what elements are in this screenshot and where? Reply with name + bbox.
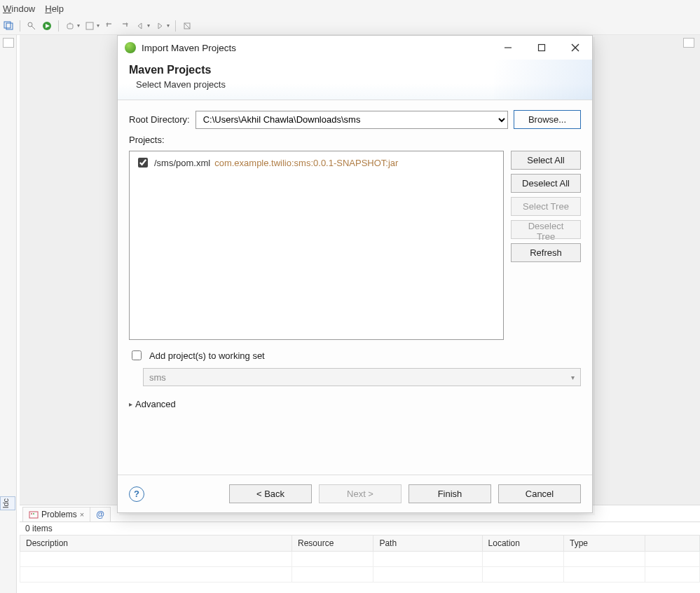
toolbar-pin-icon[interactable] [181, 20, 193, 32]
help-button[interactable]: ? [129, 486, 144, 502]
dropdown-icon[interactable]: ▾ [147, 22, 150, 29]
tab-problems[interactable]: Problems × [22, 507, 90, 522]
list-item[interactable]: /sms/pom.xml com.example.twilio:sms:0.0.… [135, 156, 497, 170]
next-button[interactable]: Next > [319, 484, 402, 503]
svg-point-17 [33, 513, 34, 514]
close-icon[interactable]: × [80, 510, 84, 519]
chevron-down-icon: ▾ [571, 374, 575, 381]
svg-marker-11 [138, 23, 142, 29]
projects-label: Projects: [129, 135, 581, 145]
ide-toolbar: ▾ ▾ ▾ ▾ [0, 17, 700, 35]
dialog-subheading: Select Maven projects [136, 79, 581, 90]
browse-button[interactable]: Browse... [514, 110, 581, 129]
dialog-titlebar: Import Maven Projects [118, 36, 592, 60]
back-button[interactable]: < Back [229, 484, 312, 503]
project-artifact: com.example.twilio:sms:0.0.1-SNAPSHOT:ja… [214, 158, 398, 168]
col-path[interactable]: Path [373, 536, 482, 552]
toolbar-class-icon[interactable] [84, 20, 95, 32]
minimize-editor-icon[interactable] [683, 38, 694, 48]
col-description[interactable]: Description [20, 536, 292, 552]
svg-rect-8 [86, 22, 93, 29]
triangle-right-icon: ▸ [129, 400, 132, 408]
root-directory-field[interactable]: C:\Users\Akhil Chawla\Downloads\sms [195, 111, 508, 129]
maven-icon [125, 42, 136, 53]
col-resource[interactable]: Resource [292, 536, 373, 552]
refresh-button[interactable]: Refresh [511, 243, 581, 262]
toolbar-link-icon[interactable] [26, 20, 37, 32]
problems-icon [29, 510, 39, 519]
problems-table: Description Resource Path Location Type [20, 535, 700, 582]
ide-body: ldc Problems × @ 0 items Description Res… [0, 35, 700, 593]
tab-problems-label: Problems [41, 510, 77, 519]
dropdown-icon[interactable]: ▾ [77, 22, 80, 29]
toolbar-save-all-icon[interactable] [3, 20, 14, 32]
dialog-header: Maven Projects Select Maven projects [118, 60, 592, 100]
svg-line-3 [32, 26, 35, 29]
menu-window[interactable]: Window [3, 4, 35, 14]
project-checkbox[interactable] [138, 158, 148, 168]
import-maven-dialog: Import Maven Projects Maven Projects Sel… [117, 35, 593, 513]
cancel-button[interactable]: Cancel [498, 484, 581, 503]
select-all-button[interactable]: Select All [511, 151, 581, 170]
working-set-field[interactable]: sms ▾ [143, 368, 581, 386]
deselect-tree-button[interactable]: Deselect Tree [511, 220, 581, 239]
toolbar-debug-icon[interactable] [64, 20, 76, 32]
dialog-title: Import Maven Projects [142, 43, 498, 53]
minimize-view-icon[interactable] [3, 38, 14, 48]
select-tree-button[interactable]: Select Tree [511, 197, 581, 216]
toolbar-undo-icon[interactable] [104, 20, 115, 32]
toolbar-forward-icon[interactable] [154, 20, 165, 32]
project-pom: /sms/pom.xml [154, 158, 210, 168]
window-maximize-button[interactable] [532, 40, 551, 55]
ide-menubar: Window Help [0, 0, 700, 17]
problems-status: 0 items [20, 522, 700, 535]
col-location[interactable]: Location [482, 536, 563, 552]
svg-rect-15 [29, 512, 38, 518]
sidebar-tab-ldc[interactable]: ldc [0, 496, 15, 510]
deselect-all-button[interactable]: Deselect All [511, 174, 581, 193]
working-set-checkbox[interactable] [132, 350, 142, 360]
toolbar-back-icon[interactable] [135, 20, 146, 32]
svg-rect-6 [67, 24, 73, 29]
window-minimize-button[interactable] [498, 40, 518, 55]
svg-rect-19 [539, 45, 545, 51]
tab-javadoc[interactable]: @ [90, 507, 111, 522]
svg-marker-12 [158, 23, 162, 29]
toolbar-run-icon[interactable] [41, 20, 53, 32]
svg-rect-0 [4, 22, 11, 28]
menu-help[interactable]: Help [45, 4, 64, 14]
svg-point-16 [31, 513, 32, 514]
working-set-value: sms [149, 372, 166, 383]
table-row [20, 552, 700, 567]
col-type[interactable]: Type [563, 536, 645, 552]
table-row [20, 567, 700, 582]
svg-rect-1 [6, 23, 13, 29]
working-set-label: Add project(s) to working set [149, 350, 265, 361]
window-close-button[interactable] [565, 40, 585, 55]
finish-button[interactable]: Finish [409, 484, 491, 503]
root-directory-label: Root Directory: [129, 114, 190, 125]
advanced-toggle[interactable]: ▸ Advanced [129, 399, 581, 409]
dialog-heading: Maven Projects [129, 64, 581, 76]
problems-pane: Problems × @ 0 items Description Resourc… [20, 505, 700, 593]
dropdown-icon[interactable]: ▾ [97, 22, 99, 29]
svg-line-14 [184, 23, 190, 29]
advanced-label: Advanced [135, 399, 176, 409]
projects-list[interactable]: /sms/pom.xml com.example.twilio:sms:0.0.… [129, 151, 504, 340]
toolbar-redo-icon[interactable] [119, 20, 130, 32]
dialog-footer: ? < Back Next > Finish Cancel [118, 475, 592, 512]
dropdown-icon[interactable]: ▾ [167, 22, 170, 29]
